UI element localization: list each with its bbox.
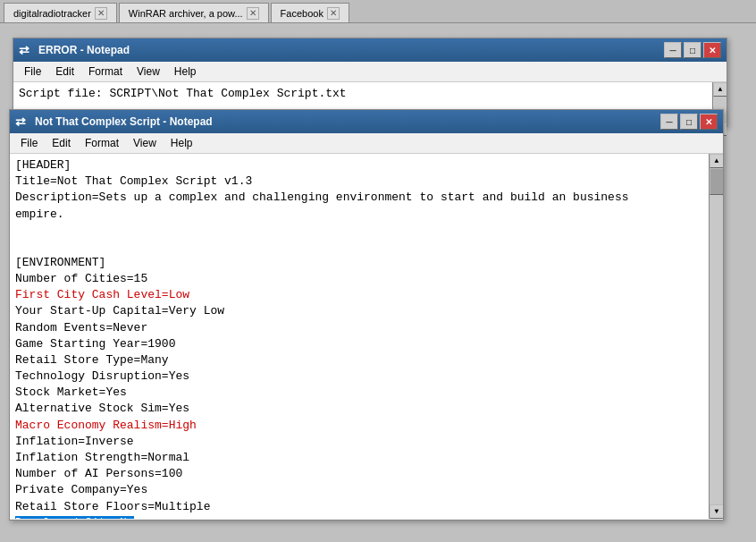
script-scrollbar[interactable]: ▲ ▼	[709, 154, 723, 519]
error-menu-edit[interactable]: Edit	[48, 64, 81, 80]
error-menu-format[interactable]: Format	[81, 64, 130, 80]
script-menu-format[interactable]: Format	[78, 135, 126, 151]
tab-winrar[interactable]: WinRAR archiver, a pow... ✕	[119, 3, 269, 22]
script-line-21: Retail Store Floors=Multiple	[15, 499, 705, 515]
tab-winrar-label: WinRAR archiver, a pow...	[129, 8, 243, 19]
tab-radiotracker-close[interactable]: ✕	[95, 7, 107, 20]
error-title: ERROR - Notepad	[38, 44, 130, 56]
script-close-btn[interactable]: ✕	[700, 114, 718, 130]
error-minimize-btn[interactable]: ─	[664, 42, 682, 58]
script-line-2: Description=Sets up a complex and challe…	[15, 190, 705, 206]
tab-winrar-close[interactable]: ✕	[247, 7, 259, 20]
script-line-4	[15, 223, 705, 239]
script-titlebar: ⇄ Not That Complex Script - Notepad ─ □ …	[10, 110, 723, 133]
script-line-15: Alternative Stock Sim=Yes	[15, 401, 705, 417]
script-line-9: Your Start-Up Capital=Very Low	[15, 303, 705, 319]
error-maximize-btn[interactable]: □	[684, 42, 701, 58]
script-line-0: [HEADER]	[15, 157, 705, 174]
script-line-7: Number of Cities=15	[15, 271, 705, 287]
script-line-14: Stock Market=Yes	[15, 385, 705, 401]
script-line-17: Inflation=Inverse	[15, 434, 705, 450]
script-line-11: Game Starting Year=1900	[15, 336, 705, 352]
selected-text: Developed City=No	[15, 516, 134, 519]
script-menu-file[interactable]: File	[13, 135, 45, 151]
tab-facebook-label: Facebook	[281, 8, 323, 19]
script-line-13: Technology Disruption=Yes	[15, 368, 705, 385]
error-titlebar: ⇄ ERROR - Notepad ─ □ ✕	[13, 38, 727, 62]
script-line-6: [ENVIRONMENT]	[15, 255, 705, 271]
taskbar: digitalradiotracker ✕ WinRAR archiver, a…	[0, 0, 756, 23]
script-line-5	[15, 239, 705, 255]
script-line-19: Number of AI Persons=100	[15, 466, 705, 482]
script-lines: [HEADER]Title=Not That Complex Script v1…	[15, 157, 705, 519]
script-menubar: File Edit Format View Help	[10, 133, 723, 154]
error-line1: Script file: SCRIPT\Not That Complex Scr…	[19, 86, 721, 102]
script-titlebar-controls: ─ □ ✕	[660, 114, 718, 130]
error-menu-help[interactable]: Help	[167, 64, 204, 80]
tab-radiotracker[interactable]: digitalradiotracker ✕	[4, 3, 117, 22]
error-menu-view[interactable]: View	[130, 64, 167, 80]
script-line-1: Title=Not That Complex Script v1.3	[15, 174, 705, 190]
script-menu-edit[interactable]: Edit	[45, 135, 78, 151]
script-line-8: First City Cash Level=Low	[15, 287, 705, 303]
error-scrollbar-up[interactable]: ▲	[713, 82, 727, 97]
script-line-20: Private Company=Yes	[15, 482, 705, 498]
script-line-22: Developed City=No	[15, 515, 705, 519]
script-menu-view[interactable]: View	[126, 135, 164, 151]
script-content[interactable]: [HEADER]Title=Not That Complex Script v1…	[10, 154, 723, 519]
error-menu-file[interactable]: File	[17, 64, 48, 80]
tab-radiotracker-label: digitalradiotracker	[13, 8, 91, 19]
script-line-16: Macro Economy Realism=High	[15, 418, 705, 434]
script-scrollbar-up[interactable]: ▲	[710, 154, 723, 168]
script-window: ⇄ Not That Complex Script - Notepad ─ □ …	[9, 109, 724, 521]
script-menu-help[interactable]: Help	[164, 135, 200, 151]
script-maximize-btn[interactable]: □	[680, 114, 698, 130]
script-title: Not That Complex Script - Notepad	[35, 115, 213, 128]
script-line-3: empire.	[15, 207, 705, 223]
error-menubar: File Edit Format View Help	[13, 62, 727, 82]
script-scrollbar-down[interactable]: ▼	[710, 504, 723, 519]
script-line-10: Random Events=Never	[15, 320, 705, 336]
script-transfer-icon: ⇄	[15, 114, 26, 129]
script-scrollbar-thumb[interactable]	[710, 168, 723, 195]
script-line-12: Retail Store Type=Many	[15, 352, 705, 368]
script-line-18: Inflation Strength=Normal	[15, 450, 705, 466]
script-minimize-btn[interactable]: ─	[660, 114, 678, 130]
tab-facebook-close[interactable]: ✕	[327, 7, 340, 20]
error-close-btn[interactable]: ✕	[703, 42, 721, 58]
script-titlebar-left: ⇄ Not That Complex Script - Notepad	[15, 114, 213, 129]
transfer-icon: ⇄	[19, 43, 29, 57]
error-titlebar-left: ⇄ ERROR - Notepad	[19, 43, 130, 57]
tab-facebook[interactable]: Facebook ✕	[271, 3, 349, 22]
error-titlebar-controls: ─ □ ✕	[664, 42, 721, 58]
